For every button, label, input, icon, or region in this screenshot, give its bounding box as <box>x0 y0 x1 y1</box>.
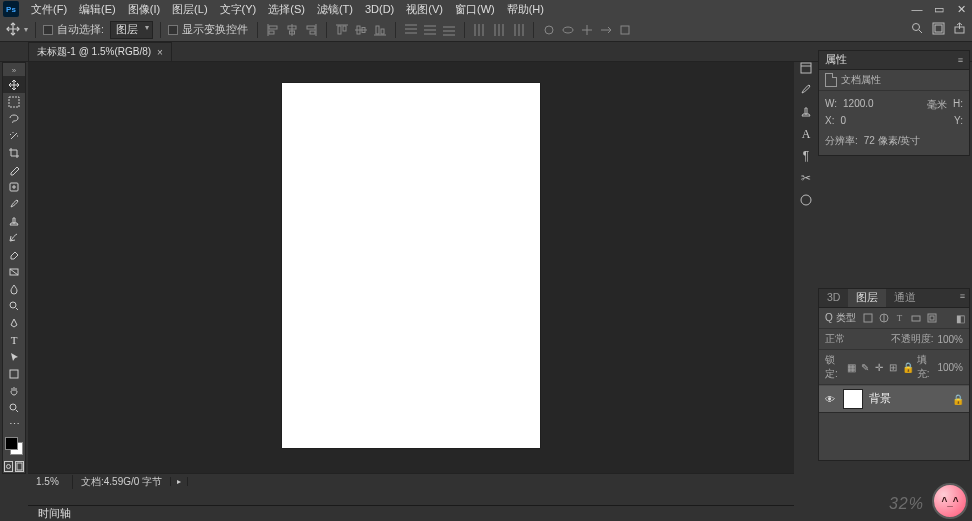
layer-item[interactable]: 👁 背景 🔒 <box>819 385 969 413</box>
doc-size-info[interactable]: 文档:4.59G/0 字节 <box>72 475 170 489</box>
dodge-tool[interactable] <box>3 297 25 314</box>
window-minimize-button[interactable]: ― <box>906 3 928 16</box>
color-swatches[interactable] <box>3 435 25 457</box>
zoom-tool[interactable] <box>3 399 25 416</box>
align-bottom-edges-icon[interactable] <box>372 22 388 38</box>
3d-slide-icon[interactable] <box>598 22 614 38</box>
hand-tool[interactable] <box>3 382 25 399</box>
distribute-bottom-icon[interactable] <box>441 22 457 38</box>
history-panel-icon[interactable] <box>798 60 814 76</box>
shape-tool[interactable] <box>3 365 25 382</box>
search-icon[interactable] <box>911 22 924 37</box>
auto-select-checkbox[interactable] <box>43 25 53 35</box>
layer-lock-icon[interactable]: 🔒 <box>951 394 965 405</box>
align-vertical-centers-icon[interactable] <box>353 22 369 38</box>
filter-shape-icon[interactable] <box>910 312 922 324</box>
eyedropper-tool[interactable] <box>3 161 25 178</box>
fill-value[interactable]: 100% <box>937 362 963 373</box>
menu-window[interactable]: 窗口(W) <box>449 0 501 19</box>
width-value[interactable]: 1200.0 <box>843 98 921 112</box>
status-info-chevron-icon[interactable]: ▸ <box>170 477 188 486</box>
filter-pixel-icon[interactable] <box>862 312 874 324</box>
gradient-tool[interactable] <box>3 263 25 280</box>
align-left-edges-icon[interactable] <box>265 22 281 38</box>
libraries-panel-icon[interactable] <box>798 192 814 208</box>
blur-tool[interactable] <box>3 280 25 297</box>
toolbar-collapse-icon[interactable]: » <box>3 65 25 76</box>
brush-tool[interactable] <box>3 195 25 212</box>
character-panel-icon[interactable]: A <box>798 126 814 142</box>
clone-stamp-tool[interactable] <box>3 212 25 229</box>
layer-thumbnail[interactable] <box>843 389 863 409</box>
layers-panel-menu-icon[interactable]: ≡ <box>956 289 969 307</box>
3d-drag-icon[interactable] <box>579 22 595 38</box>
path-selection-tool[interactable] <box>3 348 25 365</box>
healing-brush-tool[interactable] <box>3 178 25 195</box>
move-tool[interactable] <box>3 76 25 93</box>
brushes-panel-icon[interactable] <box>798 82 814 98</box>
3d-roll-icon[interactable] <box>560 22 576 38</box>
crop-tool[interactable] <box>3 144 25 161</box>
lasso-tool[interactable] <box>3 110 25 127</box>
panel-menu-icon[interactable]: ≡ <box>958 55 963 65</box>
share-icon[interactable] <box>953 22 966 37</box>
window-close-button[interactable]: ✕ <box>950 3 972 16</box>
zoom-level[interactable]: 1.5% <box>28 476 72 487</box>
menu-filter[interactable]: 滤镜(T) <box>311 0 359 19</box>
align-right-edges-icon[interactable] <box>303 22 319 38</box>
document-tab[interactable]: 未标题-1 @ 1.5%(RGB/8) × <box>28 42 172 61</box>
menu-type[interactable]: 文字(Y) <box>214 0 263 19</box>
workspace-switcher-icon[interactable] <box>932 22 945 37</box>
magic-wand-tool[interactable] <box>3 127 25 144</box>
layer-visibility-icon[interactable]: 👁 <box>823 394 837 405</box>
x-value[interactable]: 0 <box>840 115 948 126</box>
distribute-left-icon[interactable] <box>472 22 488 38</box>
3d-scale-icon[interactable] <box>617 22 633 38</box>
timeline-panel-collapsed[interactable]: 时间轴 <box>28 505 794 521</box>
show-transform-checkbox[interactable] <box>168 25 178 35</box>
type-tool[interactable]: T <box>3 331 25 348</box>
pen-tool[interactable] <box>3 314 25 331</box>
edit-toolbar-icon[interactable]: ⋯ <box>3 416 25 433</box>
menu-image[interactable]: 图像(I) <box>122 0 166 19</box>
lock-position-icon[interactable]: ✛ <box>874 362 885 373</box>
distribute-right-icon[interactable] <box>510 22 526 38</box>
filter-adjust-icon[interactable] <box>878 312 890 324</box>
distribute-hcenter-icon[interactable] <box>491 22 507 38</box>
filter-switch-icon[interactable]: ◧ <box>952 313 969 324</box>
layer-filter-kind-label[interactable]: Q 类型 <box>825 311 856 325</box>
menu-3d[interactable]: 3D(D) <box>359 1 400 17</box>
align-horizontal-centers-icon[interactable] <box>284 22 300 38</box>
filter-type-icon[interactable]: T <box>894 312 906 324</box>
lock-image-icon[interactable]: ✎ <box>860 362 871 373</box>
marquee-tool[interactable] <box>3 93 25 110</box>
align-top-edges-icon[interactable] <box>334 22 350 38</box>
layer-name[interactable]: 背景 <box>869 392 945 406</box>
filter-smart-icon[interactable] <box>926 312 938 324</box>
width-unit[interactable]: 毫米 <box>927 98 947 112</box>
swatches-panel-icon[interactable]: ✂ <box>798 170 814 186</box>
auto-select-dropdown[interactable]: 图层 <box>110 21 153 39</box>
menu-help[interactable]: 帮助(H) <box>501 0 550 19</box>
paragraph-panel-icon[interactable]: ¶ <box>798 148 814 164</box>
tab-channels[interactable]: 通道 <box>886 289 924 307</box>
menu-view[interactable]: 视图(V) <box>400 0 449 19</box>
document-canvas[interactable] <box>282 83 540 448</box>
lock-all-icon[interactable]: 🔒 <box>902 362 913 373</box>
window-maximize-button[interactable]: ▭ <box>928 3 950 16</box>
distribute-vcenter-icon[interactable] <box>422 22 438 38</box>
clone-source-panel-icon[interactable] <box>798 104 814 120</box>
history-brush-tool[interactable] <box>3 229 25 246</box>
opacity-value[interactable]: 100% <box>937 334 963 345</box>
lock-artboard-icon[interactable]: ⊞ <box>888 362 899 373</box>
menu-select[interactable]: 选择(S) <box>262 0 311 19</box>
quick-mask-icon[interactable] <box>3 460 14 473</box>
tab-close-icon[interactable]: × <box>157 47 163 58</box>
blend-mode-dropdown[interactable]: 正常 <box>825 332 845 346</box>
foreground-color-swatch[interactable] <box>5 437 18 450</box>
lock-transparent-icon[interactable]: ▦ <box>846 362 857 373</box>
screen-mode-icon[interactable] <box>14 460 25 473</box>
menu-file[interactable]: 文件(F) <box>25 0 73 19</box>
tab-3d[interactable]: 3D <box>819 289 848 307</box>
menu-layer[interactable]: 图层(L) <box>166 0 213 19</box>
